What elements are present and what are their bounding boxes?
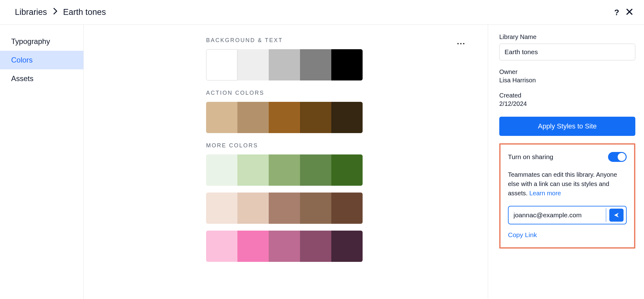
section-background-text: BACKGROUND & TEXT (206, 37, 469, 80)
copy-link[interactable]: Copy Link (508, 231, 627, 239)
color-swatch[interactable] (300, 193, 331, 224)
color-swatch[interactable] (237, 154, 269, 186)
library-name-label: Library Name (499, 33, 635, 41)
created-value: 2/12/2024 (499, 100, 635, 107)
created-label: Created (499, 92, 635, 99)
color-swatch[interactable] (331, 49, 363, 80)
swatch-row (206, 154, 469, 186)
section-label: BACKGROUND & TEXT (206, 37, 469, 44)
color-swatch[interactable] (206, 154, 237, 186)
swatch-row (206, 231, 469, 262)
color-swatch[interactable] (331, 154, 363, 186)
swatch-row (206, 193, 469, 224)
color-swatch[interactable] (331, 231, 363, 262)
send-invite-button[interactable] (609, 209, 624, 222)
owner-label: Owner (499, 68, 635, 76)
section-label: MORE COLORS (206, 142, 469, 149)
share-description-text: Teammates can edit this library. Anyone … (508, 171, 617, 197)
owner-block: Owner Lisa Harrison (499, 68, 635, 84)
color-swatch[interactable] (300, 154, 331, 186)
header-actions: ? (614, 8, 633, 16)
color-swatch[interactable] (300, 49, 331, 80)
breadcrumb: Libraries Earth tones (15, 7, 106, 17)
section-label: ACTION COLORS (206, 90, 469, 96)
color-swatch[interactable] (206, 49, 237, 80)
close-icon[interactable] (626, 8, 633, 16)
color-swatch[interactable] (300, 102, 331, 133)
share-email-input[interactable] (514, 208, 606, 222)
section-more-colors: MORE COLORS (206, 142, 469, 262)
color-swatch[interactable] (269, 154, 300, 186)
created-block: Created 2/12/2024 (499, 92, 635, 107)
color-swatch[interactable] (237, 102, 269, 133)
share-header: Turn on sharing (508, 152, 627, 162)
breadcrumb-current: Earth tones (63, 7, 106, 17)
library-name-input[interactable] (499, 44, 635, 60)
color-swatch[interactable] (300, 231, 331, 262)
color-swatch[interactable] (269, 231, 300, 262)
swatch-row (206, 49, 469, 80)
main-content: ··· BACKGROUND & TEXT ACTION COLORS (84, 25, 488, 299)
share-card: Turn on sharing Teammates can edit this … (499, 143, 635, 249)
sidebar-item-colors[interactable]: Colors (0, 51, 83, 69)
learn-more-link[interactable]: Learn more (529, 190, 561, 197)
right-panel: Library Name Owner Lisa Harrison Created… (488, 25, 644, 299)
apply-styles-button[interactable]: Apply Styles to Site (499, 117, 635, 136)
owner-value: Lisa Harrison (499, 77, 635, 84)
color-swatch[interactable] (237, 231, 269, 262)
share-description: Teammates can edit this library. Anyone … (508, 170, 627, 198)
breadcrumb-root[interactable]: Libraries (15, 7, 47, 17)
share-email-row (508, 206, 627, 224)
color-swatch[interactable] (206, 193, 237, 224)
color-swatch[interactable] (269, 193, 300, 224)
sidebar-item-typography[interactable]: Typography (0, 32, 83, 51)
color-swatch[interactable] (269, 49, 300, 80)
toggle-knob (618, 153, 626, 161)
color-swatch[interactable] (269, 102, 300, 133)
send-icon (613, 212, 620, 218)
header: Libraries Earth tones ? (0, 0, 644, 25)
more-menu-icon[interactable]: ··· (457, 39, 465, 49)
color-swatch[interactable] (331, 193, 363, 224)
color-swatch[interactable] (237, 193, 269, 224)
share-title: Turn on sharing (508, 153, 553, 161)
section-action-colors: ACTION COLORS (206, 90, 469, 133)
color-swatch[interactable] (237, 49, 269, 80)
swatch-row (206, 102, 469, 133)
color-swatch[interactable] (331, 102, 363, 133)
color-swatch[interactable] (206, 102, 237, 133)
sidebar-item-assets[interactable]: Assets (0, 69, 83, 88)
color-swatch[interactable] (206, 231, 237, 262)
sharing-toggle[interactable] (608, 152, 627, 162)
sidebar: Typography Colors Assets (0, 25, 84, 299)
help-icon[interactable]: ? (614, 8, 619, 16)
chevron-right-icon (53, 7, 58, 17)
